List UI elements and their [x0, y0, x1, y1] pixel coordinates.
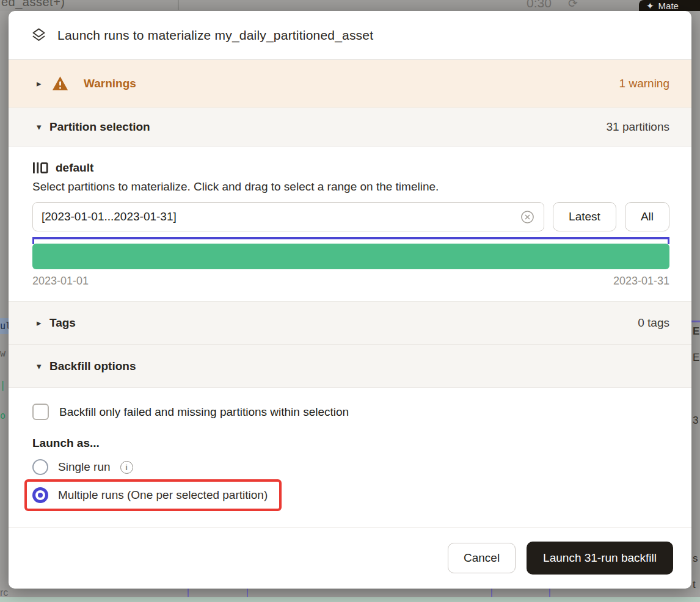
background-app-topbar: ed_asset+) 0:30 ⟳ ✦ Mate	[0, 0, 700, 11]
background-code-fragment: o	[0, 410, 9, 421]
background-fragment: E	[693, 352, 699, 364]
background-fragment: 3	[693, 415, 698, 427]
background-grid-line	[188, 589, 189, 597]
multiple-runs-highlight-box: Multiple runs (One per selected partitio…	[24, 479, 282, 511]
caret-right-icon: ▸	[37, 317, 45, 328]
tags-count: 0 tags	[638, 316, 669, 330]
backfill-options-header[interactable]: ▾ Backfill options	[9, 345, 691, 388]
background-code-fragment: w	[0, 348, 9, 359]
backfill-options-label: Backfill options	[49, 360, 136, 373]
single-run-option[interactable]: Single run i	[32, 459, 669, 475]
partition-range-input[interactable]: [2023-01-01...2023-01-31]	[32, 202, 544, 231]
background-divider	[178, 0, 179, 10]
background-grid-line	[247, 589, 248, 597]
background-grid-line	[549, 589, 550, 597]
launch-as-label: Launch as...	[32, 437, 669, 450]
caret-down-icon: ▾	[37, 361, 45, 372]
timeline-end-date: 2023-01-31	[613, 275, 669, 288]
multiple-runs-radio[interactable]	[32, 487, 48, 503]
dialog-title: Launch runs to materialize my_daily_part…	[57, 28, 373, 43]
partition-input-row: [2023-01-01...2023-01-31] Latest All	[32, 202, 669, 231]
background-grid-line	[491, 589, 492, 597]
info-icon[interactable]: i	[120, 461, 133, 474]
background-asset-text: ed_asset+)	[1, 0, 65, 9]
caret-down-icon: ▾	[37, 121, 45, 132]
background-materialize-button: ✦ Mate	[639, 0, 700, 11]
tags-section-header[interactable]: ▸ Tags 0 tags	[9, 301, 691, 345]
sparkle-icon: ✦	[646, 1, 654, 11]
partition-count: 31 partitions	[606, 120, 669, 134]
background-timer-text: 0:30	[527, 0, 552, 10]
partition-range-value: [2023-01-01...2023-01-31]	[42, 210, 520, 223]
launch-backfill-button[interactable]: Launch 31-run backfill	[527, 542, 673, 575]
refresh-icon: ⟳	[568, 0, 578, 10]
dimension-name: default	[56, 161, 93, 175]
background-fragment: E	[693, 325, 699, 338]
cancel-button[interactable]: Cancel	[448, 543, 516, 573]
partition-set-icon	[32, 161, 48, 175]
dimension-row: default	[32, 161, 669, 175]
materialize-layers-icon	[31, 27, 47, 43]
background-materialize-label: Mate	[658, 1, 679, 11]
multiple-runs-label: Multiple runs (One per selected partitio…	[58, 488, 268, 502]
warnings-count: 1 warning	[619, 77, 669, 90]
latest-button[interactable]: Latest	[553, 202, 616, 231]
failed-missing-checkbox-label: Backfill only failed and missing partiti…	[59, 405, 349, 419]
timeline-selection-bracket	[32, 237, 669, 242]
caret-right-icon: ▸	[37, 78, 45, 89]
partition-timeline-bar[interactable]	[32, 244, 669, 269]
failed-missing-checkbox-row[interactable]: Backfill only failed and missing partiti…	[32, 404, 669, 420]
launch-backfill-dialog: Launch runs to materialize my_daily_part…	[9, 11, 691, 589]
partition-selection-body: default Select partitions to materialize…	[9, 147, 691, 301]
warnings-section-header[interactable]: ▸ Warnings 1 warning	[9, 60, 691, 107]
background-code-fragment: |	[0, 380, 9, 391]
tags-label: Tags	[49, 316, 76, 330]
dialog-header: Launch runs to materialize my_daily_part…	[9, 11, 691, 60]
partition-selection-label: Partition selection	[49, 120, 150, 134]
warnings-label: Warnings	[84, 77, 136, 90]
background-app-bottom: rc	[0, 589, 700, 602]
background-green-band	[0, 597, 700, 602]
failed-missing-checkbox[interactable]	[32, 404, 49, 420]
single-run-radio[interactable]	[32, 459, 48, 475]
timeline-date-labels: 2023-01-01 2023-01-31	[32, 275, 669, 301]
background-fragment: s	[693, 553, 698, 565]
backfill-options-body: Backfill only failed and missing partiti…	[9, 388, 691, 511]
background-purple-line	[691, 321, 700, 322]
warning-triangle-icon	[52, 76, 68, 91]
all-button[interactable]: All	[625, 202, 669, 231]
single-run-label: Single run	[58, 460, 111, 474]
partition-instructions: Select partitions to materialize. Click …	[32, 180, 669, 194]
dialog-footer: Cancel Launch 31-run backfill	[9, 527, 691, 589]
clear-input-icon[interactable]	[520, 209, 535, 225]
timeline-start-date: 2023-01-01	[32, 275, 89, 288]
partition-selection-header[interactable]: ▾ Partition selection 31 partitions	[9, 107, 691, 147]
background-code-fragment: ul	[0, 318, 9, 334]
